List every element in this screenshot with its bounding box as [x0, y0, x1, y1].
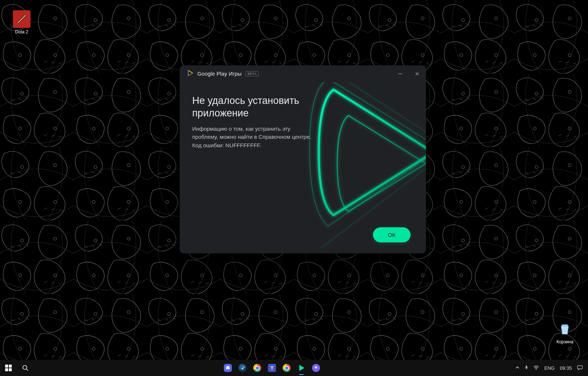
svg-rect-15	[526, 366, 527, 368]
svg-point-12	[23, 365, 27, 369]
tray-microphone-icon[interactable]	[524, 365, 529, 371]
taskbar-app-chrome-2[interactable]	[281, 362, 292, 373]
svg-rect-17	[577, 365, 582, 369]
taskbar: T ENG 09:35	[0, 360, 588, 376]
tray-overflow-icon[interactable]	[515, 365, 520, 371]
dialog-heading: Не удалось установить приложение	[192, 95, 323, 120]
tray-clock[interactable]: 09:35	[560, 365, 572, 371]
taskbar-app-google-play-games[interactable]	[296, 362, 307, 373]
svg-rect-9	[9, 365, 12, 368]
dialog-title: Google Play Игры	[197, 71, 241, 77]
taskbar-app-discord[interactable]	[222, 362, 233, 373]
taskbar-app-viber[interactable]	[311, 362, 322, 373]
dialog-titlebar: Google Play Игры BETA	[180, 65, 426, 82]
svg-point-14	[243, 367, 244, 368]
google-play-games-icon	[186, 69, 194, 78]
svg-rect-10	[5, 368, 8, 371]
beta-badge: BETA	[245, 71, 259, 76]
svg-rect-8	[5, 365, 8, 368]
desktop-icon-recycle-bin[interactable]: Корзина	[548, 320, 581, 344]
search-button[interactable]	[17, 360, 34, 376]
close-button[interactable]	[413, 69, 422, 78]
svg-rect-7	[562, 325, 568, 326]
svg-rect-11	[9, 368, 12, 371]
desktop-icon-dota2[interactable]: Dota 2	[5, 10, 38, 35]
recycle-bin-icon	[556, 320, 574, 338]
tray-input-language[interactable]: ENG	[544, 365, 555, 371]
taskbar-app-teams[interactable]: T	[266, 362, 277, 373]
tray-wifi-icon[interactable]	[533, 365, 539, 371]
tray-notifications-icon[interactable]	[577, 365, 583, 371]
ok-button[interactable]: OK	[373, 227, 410, 242]
desktop-icon-label: Корзина	[556, 339, 573, 344]
minimize-button[interactable]	[396, 69, 405, 78]
desktop-icon-label: Dota 2	[15, 29, 28, 35]
taskbar-app-chrome[interactable]	[252, 362, 263, 373]
google-play-games-dialog: Google Play Игры BETA	[180, 65, 426, 253]
svg-point-16	[536, 369, 537, 369]
dota2-icon	[13, 10, 31, 28]
start-button[interactable]	[0, 360, 17, 376]
dialog-message: Информацию о том, как устранить эту проб…	[192, 125, 323, 150]
taskbar-app-steam[interactable]	[237, 362, 248, 373]
